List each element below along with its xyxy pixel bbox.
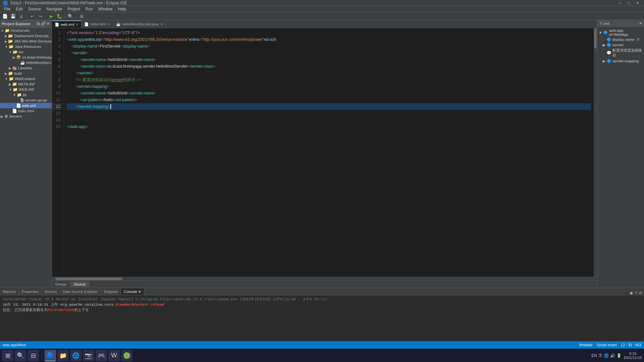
hellohtml-tab-close[interactable]: ✕ [107, 22, 110, 26]
code-text: > [98, 43, 100, 50]
taskbar-eclipse[interactable]: 🔵 [45, 350, 56, 361]
app4-icon: 🎮 [98, 352, 105, 359]
maximize-btn[interactable]: □ [626, 1, 632, 5]
print-btn[interactable]: 🖨 [17, 12, 25, 20]
outline-item-webapp[interactable]: ▼ 🔷 web-app id=WebApp [597, 28, 644, 37]
taskbar-taskview[interactable]: ⊟ [28, 350, 39, 361]
tree-item-src[interactable]: ▼ 📂 src [0, 49, 52, 55]
console-tab[interactable]: Console ✕ [121, 288, 144, 295]
menu-navigate[interactable]: Navigate [44, 6, 65, 12]
menu-edit[interactable]: Edit [13, 6, 25, 12]
new-btn[interactable]: 📄 [1, 12, 9, 20]
console-btn-1[interactable]: ⏹ [630, 291, 633, 295]
menu-window[interactable]: Window [96, 6, 115, 12]
taskbar-search[interactable]: 🔍 [15, 350, 26, 361]
servers-tab[interactable]: Servers [42, 288, 60, 295]
debug-btn[interactable]: 🐛 [56, 12, 63, 20]
tree-item-webcontent[interactable]: ▼ 📁 WebContent [0, 76, 52, 81]
code-area[interactable]: <?xml version="1.0" encoding="UTF-8"?> <… [64, 28, 594, 277]
tree-item-javaresources[interactable]: ▼ 📂 Java Resources [0, 44, 52, 49]
markers-tab[interactable]: Markers [0, 288, 19, 295]
tree-item-hellohtml[interactable]: ▶ 📄 hello.html [0, 108, 52, 114]
minimize-btn[interactable]: ─ [616, 1, 624, 5]
outline-item-displayname[interactable]: ▶ 🔷 display-name : F [597, 37, 644, 42]
arrow-javaresources: ▼ [5, 45, 8, 49]
redo-btn[interactable]: ↪ [37, 12, 44, 20]
close-btn[interactable]: ✕ [634, 1, 641, 5]
tree-item-servletapijar[interactable]: ▶ 🗜 servlet-api.jar [0, 98, 52, 103]
label-hellohtml: hello.html [18, 109, 34, 113]
tree-item-libraries[interactable]: ▶ 📚 Libraries [0, 65, 52, 71]
link-icon[interactable]: 🔗 [41, 21, 46, 26]
code-line-5: <servlet-name> helloWorld</servlet-name> [67, 56, 591, 63]
outline-item-servlet[interactable]: ▶ 🔷 servlet [597, 42, 644, 48]
search-btn[interactable]: 🔍 [67, 12, 74, 20]
undo-btn[interactable]: ↩ [29, 12, 36, 20]
code-text: servlet-mapping [78, 83, 107, 90]
run-btn[interactable]: ▶ [48, 12, 55, 20]
taskbar-word[interactable]: W [108, 350, 120, 361]
code-text: servlet-mapping [79, 103, 108, 110]
tree-item-deployment[interactable]: ▶ 📂 Deployment Descript... [0, 33, 52, 39]
taskbar-explorer[interactable]: 📁 [57, 350, 69, 361]
clock-date: 2021/11/15 [624, 356, 642, 360]
tree-item-webxml[interactable]: ▶ 📄 web.xml [0, 103, 52, 108]
properties-tab[interactable]: Properties [19, 288, 42, 295]
console-line-2: 信息: 已完成重新加载名为FirstServlet的上下文 [3, 307, 641, 313]
code-text: display-name [124, 43, 148, 50]
tab-webxml[interactable]: 📄 web.xml ✕ [52, 20, 82, 28]
design-tab[interactable]: Design [52, 282, 70, 287]
taskbar-app3[interactable]: 📷 [83, 350, 94, 361]
label-metainf: META-INF [18, 82, 35, 86]
horizontal-scrollbar[interactable] [52, 277, 597, 280]
vertical-scrollbar[interactable] [594, 28, 597, 277]
horizontal-scroll-thumb[interactable] [55, 278, 122, 280]
save-btn[interactable]: 💾 [9, 12, 17, 20]
tree-item-helloword[interactable]: ▶ ☕ HelloWordServ... [0, 60, 52, 65]
taskbar-app5[interactable]: 🟢 [121, 350, 132, 361]
taskbar-app4[interactable]: 🎮 [96, 350, 107, 361]
console-btn-3[interactable]: ⇄ [639, 291, 642, 295]
tree-item-firstservlet[interactable]: ▼ 📁 FirstServlet [0, 28, 52, 33]
sidebar-close-icon[interactable]: ✕ [46, 21, 50, 26]
source-tab[interactable]: Source [70, 282, 89, 287]
taskbar-clock[interactable]: 9:19 2021/11/15 [624, 352, 642, 360]
outline-item-servletmapping[interactable]: ▶ 🔷 servlet-mapping [597, 58, 644, 64]
code-line-6: <servlet-class>cn.itcast.firstmyapp.serv… [67, 63, 591, 70]
code-text [67, 56, 80, 63]
tree-item-webinf[interactable]: ▼ 📁 WEB-INF [0, 87, 52, 92]
tab-hellowordservlet[interactable]: ☕ HelloWordServlet.java ✕ [113, 20, 166, 28]
collapse-icon[interactable]: ⊟ [37, 21, 40, 26]
datasource-tab[interactable]: Data Source Explorer [60, 288, 101, 295]
taskbar-browser[interactable]: 🌐 [70, 350, 82, 361]
code-text: </ [113, 97, 116, 103]
tab-hellohtml[interactable]: 📄 hello.html ✕ [82, 20, 113, 28]
tree-item-lib[interactable]: ▼ 📁 lib [0, 92, 52, 98]
tree-item-metainf[interactable]: ▶ 📁 META-INF [0, 81, 52, 87]
menu-project[interactable]: Project [65, 6, 83, 12]
tree-item-package[interactable]: ▶ 📦 cn.itcast.firstmyapp [0, 55, 52, 60]
menu-file[interactable]: File [1, 6, 13, 12]
console-btn-2[interactable]: ✕ [635, 291, 638, 295]
code-text: > [91, 70, 93, 76]
code-text: servlet-class [191, 63, 213, 70]
line-num-2: 2 [52, 36, 62, 43]
hellowordservlet-tab-close[interactable]: ✕ [160, 22, 163, 26]
webxml-tab-close[interactable]: ✕ [75, 22, 78, 27]
start-button[interactable]: ⊞ [2, 350, 13, 361]
code-text [67, 63, 80, 70]
menu-source[interactable]: Source [25, 6, 44, 12]
outline-item-comment[interactable]: ▶ 💬 配置浏览器选择路径 [597, 48, 644, 58]
code-line-8: <!-- 配置浏览器访问servlet的路径 --> [67, 76, 591, 83]
line-num-5: 5 [52, 56, 62, 63]
vertical-scroll-thumb[interactable] [594, 28, 597, 49]
snippets-tab[interactable]: Snippets [101, 288, 121, 295]
menu-help[interactable]: Help [115, 6, 129, 12]
menu-run[interactable]: Run [83, 6, 96, 12]
code-text: > [105, 63, 107, 70]
tree-item-jaxws[interactable]: ▶ 📂 JAX-WS Web Services [0, 39, 52, 44]
outline-close[interactable]: ✕ [639, 21, 642, 25]
tree-item-build[interactable]: ▶ 📁 build [0, 71, 52, 76]
tree-item-servers[interactable]: ▶ 🖥 Servers [0, 114, 52, 119]
perspective-btn[interactable]: ⊞ [78, 12, 85, 20]
